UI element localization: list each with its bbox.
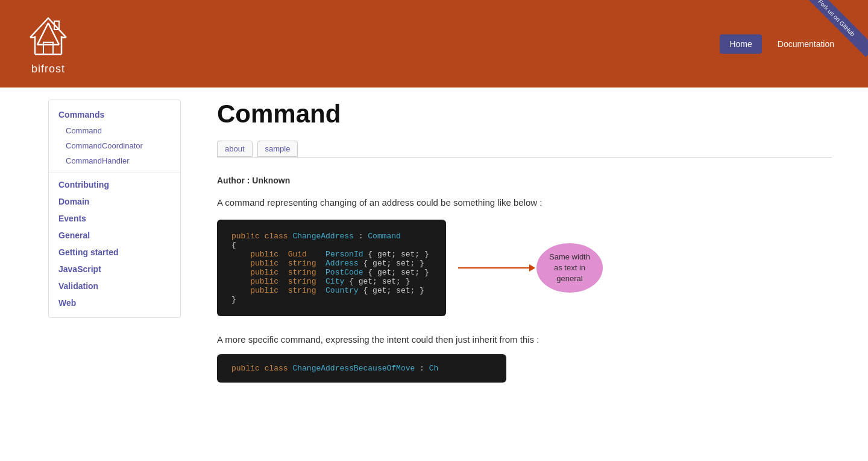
sidebar-item-commandhandler[interactable]: CommandHandler <box>49 153 180 168</box>
sidebar-item-javascript[interactable]: JavaScript <box>49 261 180 278</box>
code-area-wrapper: public class ChangeAddress : Command { p… <box>217 220 832 316</box>
sidebar-item-getting-started[interactable]: Getting started <box>49 244 180 261</box>
logo-icon <box>24 12 72 60</box>
arrow-line <box>458 267 530 269</box>
logo-title: bifrost <box>31 63 65 75</box>
second-description: A more specific command, expressing the … <box>217 334 832 345</box>
sidebar-item-domain[interactable]: Domain <box>49 193 180 210</box>
sidebar-item-general[interactable]: General <box>49 227 180 244</box>
tab-sample[interactable]: sample <box>257 141 298 157</box>
nav-docs-button[interactable]: Documentation <box>768 34 844 54</box>
nav-home-button[interactable]: Home <box>720 34 761 54</box>
content-area: Command about sample Author : Unknown A … <box>181 87 868 452</box>
logo-area: bifrost <box>24 12 72 75</box>
header: bifrost Home Documentation Fork us on Gi… <box>0 0 868 87</box>
sidebar-item-command[interactable]: Command <box>49 123 180 138</box>
sidebar-item-commandcoordinator[interactable]: CommandCoordinator <box>49 138 180 153</box>
page-title: Command <box>217 100 832 129</box>
code-block-2: public class ChangeAddressBecauseOfMove … <box>217 354 506 383</box>
author-line: Author : Unknown <box>217 176 832 185</box>
tab-bar: about sample <box>217 141 832 157</box>
sidebar: Commands Command CommandCoordinator Comm… <box>48 100 181 318</box>
annotation-bubble: Same width as text in general <box>536 243 603 293</box>
sidebar-item-commands[interactable]: Commands <box>49 106 180 123</box>
main-layout: Commands Command CommandCoordinator Comm… <box>0 87 868 452</box>
sidebar-item-web[interactable]: Web <box>49 294 180 311</box>
sidebar-item-events[interactable]: Events <box>49 210 180 227</box>
nav: Home Documentation <box>720 34 844 54</box>
description-text: A command representing changing of an ad… <box>217 197 832 208</box>
arrow-annotation: Same width as text in general <box>458 243 603 293</box>
svg-line-6 <box>37 23 48 45</box>
sidebar-divider-1 <box>49 172 180 173</box>
code-block-1: public class ChangeAddress : Command { p… <box>217 220 446 316</box>
tab-about[interactable]: about <box>217 141 253 157</box>
sidebar-item-validation[interactable]: Validation <box>49 278 180 294</box>
sidebar-item-contributing[interactable]: Contributing <box>49 176 180 193</box>
